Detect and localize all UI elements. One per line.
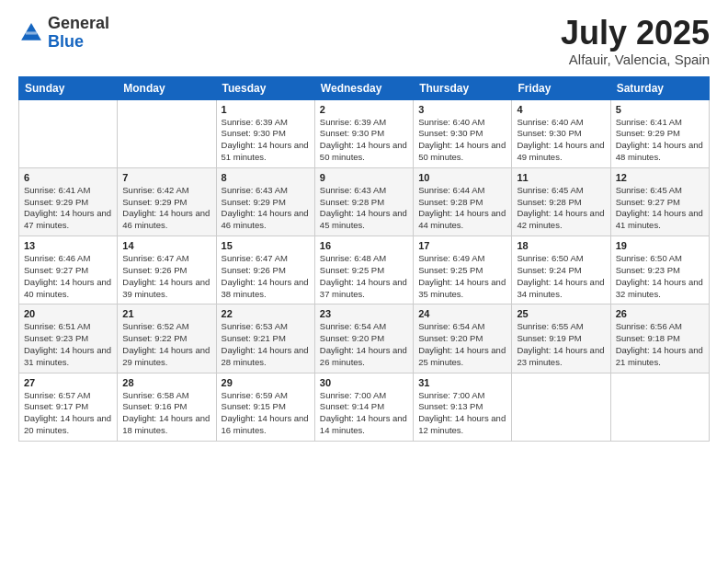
table-row: 23Sunrise: 6:54 AM Sunset: 9:20 PM Dayli…: [314, 304, 413, 373]
day-info: Sunrise: 6:50 AM Sunset: 9:24 PM Dayligh…: [517, 253, 605, 300]
calendar-header-row: Sunday Monday Tuesday Wednesday Thursday…: [19, 76, 710, 99]
table-row: [19, 99, 118, 167]
day-info: Sunrise: 6:48 AM Sunset: 9:25 PM Dayligh…: [320, 253, 408, 300]
day-info: Sunrise: 6:45 AM Sunset: 9:27 PM Dayligh…: [616, 185, 704, 232]
day-number: 27: [24, 377, 112, 388]
day-info: Sunrise: 6:41 AM Sunset: 9:29 PM Dayligh…: [616, 117, 704, 164]
table-row: 6Sunrise: 6:41 AM Sunset: 9:29 PM Daylig…: [19, 167, 118, 236]
logo-icon: [18, 20, 44, 46]
table-row: 8Sunrise: 6:43 AM Sunset: 9:29 PM Daylig…: [216, 167, 314, 236]
col-wednesday: Wednesday: [314, 76, 413, 99]
day-info: Sunrise: 6:52 AM Sunset: 9:22 PM Dayligh…: [122, 321, 210, 368]
day-info: Sunrise: 6:49 AM Sunset: 9:25 PM Dayligh…: [418, 253, 506, 300]
table-row: 19Sunrise: 6:50 AM Sunset: 9:23 PM Dayli…: [610, 236, 709, 304]
title-block: July 2025 Alfauir, Valencia, Spain: [561, 15, 710, 67]
day-info: Sunrise: 6:54 AM Sunset: 9:20 PM Dayligh…: [320, 321, 408, 368]
calendar-week-row: 13Sunrise: 6:46 AM Sunset: 9:27 PM Dayli…: [19, 236, 710, 304]
table-row: 1Sunrise: 6:39 AM Sunset: 9:30 PM Daylig…: [216, 99, 314, 167]
day-number: 5: [616, 104, 704, 115]
table-row: 25Sunrise: 6:55 AM Sunset: 9:19 PM Dayli…: [512, 304, 610, 373]
table-row: 30Sunrise: 7:00 AM Sunset: 9:14 PM Dayli…: [314, 373, 413, 441]
day-info: Sunrise: 6:55 AM Sunset: 9:19 PM Dayligh…: [517, 321, 605, 368]
day-info: Sunrise: 6:39 AM Sunset: 9:30 PM Dayligh…: [320, 117, 408, 164]
table-row: 16Sunrise: 6:48 AM Sunset: 9:25 PM Dayli…: [314, 236, 413, 304]
day-info: Sunrise: 6:45 AM Sunset: 9:28 PM Dayligh…: [517, 185, 605, 232]
day-number: 22: [222, 308, 310, 319]
table-row: 10Sunrise: 6:44 AM Sunset: 9:28 PM Dayli…: [414, 167, 512, 236]
day-number: 13: [24, 240, 112, 251]
day-info: Sunrise: 6:43 AM Sunset: 9:29 PM Dayligh…: [222, 185, 310, 232]
col-saturday: Saturday: [610, 76, 709, 99]
day-info: Sunrise: 7:00 AM Sunset: 9:14 PM Dayligh…: [320, 390, 408, 437]
page: General Blue July 2025 Alfauir, Valencia…: [0, 0, 728, 563]
day-info: Sunrise: 6:46 AM Sunset: 9:27 PM Dayligh…: [24, 253, 112, 300]
day-number: 6: [24, 172, 112, 183]
day-info: Sunrise: 6:58 AM Sunset: 9:16 PM Dayligh…: [122, 390, 210, 437]
day-number: 16: [320, 240, 408, 251]
table-row: [610, 373, 709, 441]
table-row: 27Sunrise: 6:57 AM Sunset: 9:17 PM Dayli…: [19, 373, 118, 441]
day-number: 18: [517, 240, 605, 251]
table-row: 24Sunrise: 6:54 AM Sunset: 9:20 PM Dayli…: [414, 304, 512, 373]
day-number: 12: [616, 172, 704, 183]
day-number: 21: [122, 308, 210, 319]
table-row: 13Sunrise: 6:46 AM Sunset: 9:27 PM Dayli…: [19, 236, 118, 304]
svg-rect-1: [26, 31, 37, 34]
logo: General Blue: [18, 15, 109, 52]
day-info: Sunrise: 7:00 AM Sunset: 9:13 PM Dayligh…: [418, 390, 506, 437]
calendar-week-row: 20Sunrise: 6:51 AM Sunset: 9:23 PM Dayli…: [19, 304, 710, 373]
table-row: 18Sunrise: 6:50 AM Sunset: 9:24 PM Dayli…: [512, 236, 610, 304]
title-month: July 2025: [561, 15, 710, 52]
calendar-week-row: 6Sunrise: 6:41 AM Sunset: 9:29 PM Daylig…: [19, 167, 710, 236]
table-row: 29Sunrise: 6:59 AM Sunset: 9:15 PM Dayli…: [216, 373, 314, 441]
day-info: Sunrise: 6:39 AM Sunset: 9:30 PM Dayligh…: [222, 117, 310, 164]
table-row: 4Sunrise: 6:40 AM Sunset: 9:30 PM Daylig…: [512, 99, 610, 167]
day-info: Sunrise: 6:53 AM Sunset: 9:21 PM Dayligh…: [222, 321, 310, 368]
table-row: 26Sunrise: 6:56 AM Sunset: 9:18 PM Dayli…: [610, 304, 709, 373]
table-row: 5Sunrise: 6:41 AM Sunset: 9:29 PM Daylig…: [610, 99, 709, 167]
title-location: Alfauir, Valencia, Spain: [561, 52, 710, 67]
day-number: 31: [418, 377, 506, 388]
table-row: 20Sunrise: 6:51 AM Sunset: 9:23 PM Dayli…: [19, 304, 118, 373]
table-row: 14Sunrise: 6:47 AM Sunset: 9:26 PM Dayli…: [118, 236, 216, 304]
day-number: 24: [418, 308, 506, 319]
day-info: Sunrise: 6:50 AM Sunset: 9:23 PM Dayligh…: [616, 253, 704, 300]
day-info: Sunrise: 6:47 AM Sunset: 9:26 PM Dayligh…: [222, 253, 310, 300]
day-number: 8: [222, 172, 310, 183]
day-number: 23: [320, 308, 408, 319]
day-number: 15: [222, 240, 310, 251]
header: General Blue July 2025 Alfauir, Valencia…: [18, 15, 710, 67]
table-row: [118, 99, 216, 167]
day-number: 2: [320, 104, 408, 115]
day-number: 29: [222, 377, 310, 388]
table-row: 21Sunrise: 6:52 AM Sunset: 9:22 PM Dayli…: [118, 304, 216, 373]
table-row: 3Sunrise: 6:40 AM Sunset: 9:30 PM Daylig…: [414, 99, 512, 167]
table-row: 2Sunrise: 6:39 AM Sunset: 9:30 PM Daylig…: [314, 99, 413, 167]
table-row: 15Sunrise: 6:47 AM Sunset: 9:26 PM Dayli…: [216, 236, 314, 304]
day-info: Sunrise: 6:56 AM Sunset: 9:18 PM Dayligh…: [616, 321, 704, 368]
calendar-table: Sunday Monday Tuesday Wednesday Thursday…: [18, 76, 710, 442]
table-row: 9Sunrise: 6:43 AM Sunset: 9:28 PM Daylig…: [314, 167, 413, 236]
table-row: 11Sunrise: 6:45 AM Sunset: 9:28 PM Dayli…: [512, 167, 610, 236]
day-number: 11: [517, 172, 605, 183]
day-number: 7: [122, 172, 210, 183]
day-info: Sunrise: 6:40 AM Sunset: 9:30 PM Dayligh…: [517, 117, 605, 164]
day-number: 28: [122, 377, 210, 388]
table-row: 12Sunrise: 6:45 AM Sunset: 9:27 PM Dayli…: [610, 167, 709, 236]
day-number: 25: [517, 308, 605, 319]
table-row: 7Sunrise: 6:42 AM Sunset: 9:29 PM Daylig…: [118, 167, 216, 236]
table-row: 22Sunrise: 6:53 AM Sunset: 9:21 PM Dayli…: [216, 304, 314, 373]
col-monday: Monday: [118, 76, 216, 99]
day-number: 14: [122, 240, 210, 251]
col-tuesday: Tuesday: [216, 76, 314, 99]
day-info: Sunrise: 6:51 AM Sunset: 9:23 PM Dayligh…: [24, 321, 112, 368]
day-info: Sunrise: 6:54 AM Sunset: 9:20 PM Dayligh…: [418, 321, 506, 368]
calendar-week-row: 1Sunrise: 6:39 AM Sunset: 9:30 PM Daylig…: [19, 99, 710, 167]
day-info: Sunrise: 6:47 AM Sunset: 9:26 PM Dayligh…: [122, 253, 210, 300]
table-row: 28Sunrise: 6:58 AM Sunset: 9:16 PM Dayli…: [118, 373, 216, 441]
table-row: 31Sunrise: 7:00 AM Sunset: 9:13 PM Dayli…: [414, 373, 512, 441]
day-info: Sunrise: 6:44 AM Sunset: 9:28 PM Dayligh…: [418, 185, 506, 232]
day-number: 20: [24, 308, 112, 319]
logo-general-text: General: [48, 14, 109, 32]
col-sunday: Sunday: [19, 76, 118, 99]
